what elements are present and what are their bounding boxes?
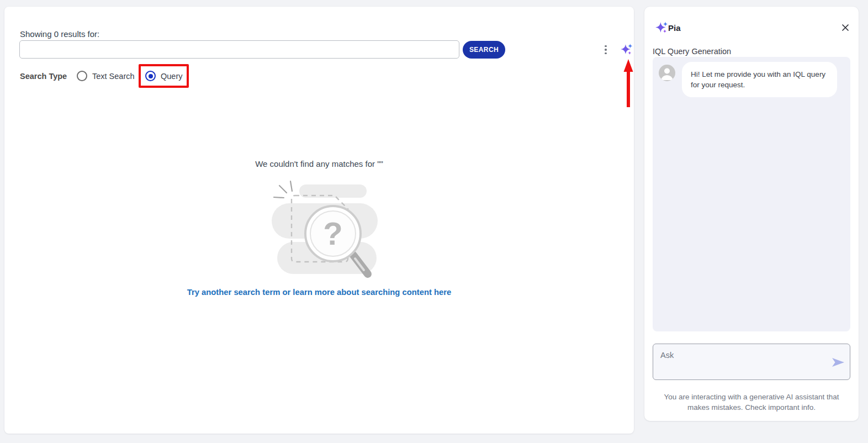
assistant-subtitle: IQL Query Generation: [653, 47, 731, 56]
ask-input-container: [653, 344, 850, 380]
assistant-message-bubble: Hi! Let me provide you with an IQL query…: [682, 62, 837, 97]
search-button[interactable]: SEARCH: [463, 41, 505, 59]
ai-assistant-toggle-button[interactable]: [618, 42, 634, 57]
close-assistant-button[interactable]: [839, 21, 852, 34]
search-type-label: Search Type: [20, 72, 67, 81]
kebab-dot: [605, 45, 607, 48]
radio-text-search[interactable]: [77, 71, 87, 81]
radio-query[interactable]: [145, 71, 156, 81]
radio-text-search-label[interactable]: Text Search: [92, 72, 135, 81]
kebab-dot: [605, 52, 607, 55]
search-input[interactable]: [19, 40, 459, 59]
bot-avatar: [659, 65, 675, 81]
svg-text:?: ?: [323, 215, 342, 251]
no-results-illustration-icon: ?: [271, 177, 379, 283]
sparkles-icon: [620, 43, 633, 56]
close-icon: [840, 22, 851, 33]
sparkles-icon: [654, 20, 669, 35]
assistant-title: Pia: [668, 23, 681, 33]
send-icon: [831, 356, 845, 368]
more-options-button[interactable]: [601, 43, 611, 57]
pia-assistant-panel: Pia IQL Query Generation Hi! Let me prov…: [644, 7, 859, 421]
chat-message-area: Hi! Let me provide you with an IQL query…: [653, 57, 850, 331]
ai-disclaimer-text: You are interacting with a generative AI…: [653, 392, 850, 413]
send-button[interactable]: [831, 356, 845, 368]
annotation-red-arrow: [623, 59, 634, 108]
person-icon: [659, 65, 675, 81]
results-count-label: Showing 0 results for:: [20, 29, 99, 39]
search-help-link[interactable]: Try another search term or learn more ab…: [4, 288, 634, 297]
ask-input[interactable]: [653, 344, 850, 380]
no-results-message: We couldn't find any matches for "": [4, 159, 634, 168]
radio-query-label[interactable]: Query: [161, 72, 183, 81]
kebab-dot: [605, 49, 607, 51]
search-results-panel: Showing 0 results for: SEARCH Search Typ…: [4, 7, 634, 434]
